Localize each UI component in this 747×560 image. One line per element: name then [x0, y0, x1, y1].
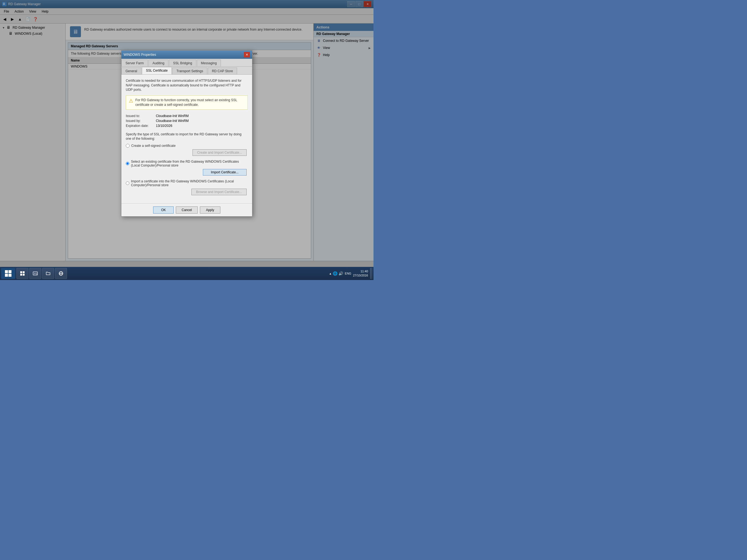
- radio-label-row-import: Import a certificate into the RD Gateway…: [126, 179, 248, 187]
- tab-messaging[interactable]: Messaging: [197, 59, 221, 67]
- taskbar-tray: ▲ 🌐 🔊 ENG 11:40 27/10/2016: [327, 269, 370, 278]
- cert-issued-to-row: Issued to: Cloudbase-Init WinRM: [126, 114, 248, 118]
- windows-logo-icon: [5, 270, 11, 277]
- tab-rd-cap-store[interactable]: RD CAP Store: [208, 68, 237, 74]
- taskbar-explorer[interactable]: [17, 268, 28, 279]
- ssl-description: Certificate is needed for secure communi…: [126, 78, 248, 92]
- ok-button[interactable]: OK: [153, 206, 174, 213]
- taskbar: PS ▲ 🌐 🔊 ENG 11:40 27/10/2016: [0, 267, 374, 280]
- radio-import[interactable]: [126, 181, 129, 185]
- radio-btn-row-import: Browse and Import Certificate...: [126, 189, 248, 195]
- radio-group: Create a self-signed certificate Create …: [126, 144, 248, 195]
- tabs-row-2: General SSL Certificate Transport Settin…: [121, 67, 252, 75]
- svg-rect-0: [20, 271, 22, 273]
- cert-issued-by-row: Issued by: Cloudbase-Init WinRM: [126, 119, 248, 123]
- radio-label-row-existing: Select an existing certificate from the …: [126, 160, 248, 167]
- svg-text:PS: PS: [34, 272, 37, 275]
- tray-icons: ▲ 🌐 🔊: [329, 271, 343, 276]
- tab-general[interactable]: General: [121, 68, 141, 74]
- cert-issued-by-label: Issued by:: [126, 119, 156, 123]
- cert-expiration-value: 13/10/2026: [156, 124, 172, 128]
- browse-import-button[interactable]: Browse and Import Certificate...: [191, 189, 247, 195]
- radio-label-row-self-signed: Create a self-signed certificate: [126, 144, 248, 148]
- radio-label-import: Import a certificate into the RD Gateway…: [131, 179, 248, 187]
- radio-option-import: Import a certificate into the RD Gateway…: [126, 179, 248, 195]
- svg-rect-3: [23, 274, 25, 276]
- radio-option-existing: Select an existing certificate from the …: [126, 160, 248, 176]
- dialog-close-button[interactable]: ✕: [244, 52, 250, 57]
- cert-expiration-label: Expiration date:: [126, 124, 156, 128]
- radio-btn-row-self-signed: Create and Import Certificate...: [126, 149, 248, 156]
- dialog-footer: OK Cancel Apply: [121, 203, 252, 216]
- cert-issued-to-label: Issued to:: [126, 114, 156, 118]
- taskbar-files[interactable]: [42, 268, 54, 279]
- warning-text: For RD Gateway to function correctly, yo…: [135, 98, 245, 107]
- radio-existing[interactable]: [126, 161, 129, 166]
- ssl-section-title: Specify the type of SSL certificate to i…: [126, 132, 248, 142]
- radio-option-self-signed: Create a self-signed certificate Create …: [126, 144, 248, 156]
- tab-transport-settings[interactable]: Transport Settings: [172, 68, 207, 74]
- dialog-title-text: WINDOWS Properties: [124, 53, 244, 57]
- radio-self-signed[interactable]: [126, 144, 130, 148]
- import-certificate-button[interactable]: Import Certificate...: [203, 169, 247, 176]
- tray-time: 11:40: [353, 269, 368, 274]
- start-button[interactable]: [1, 268, 15, 279]
- show-desktop-button[interactable]: [370, 268, 372, 279]
- tray-volume-icon: 🔊: [338, 271, 343, 276]
- tray-clock[interactable]: 11:40 27/10/2016: [353, 269, 368, 278]
- warning-icon: ⚠: [129, 98, 133, 104]
- svg-rect-1: [23, 271, 25, 273]
- taskbar-globe[interactable]: [55, 268, 67, 279]
- tray-language: ENG: [345, 272, 351, 275]
- warning-box: ⚠ For RD Gateway to function correctly, …: [126, 96, 248, 110]
- tray-up-arrow-icon[interactable]: ▲: [329, 272, 332, 275]
- dialog-title-bar: WINDOWS Properties ✕: [121, 51, 252, 59]
- tray-date: 27/10/2016: [353, 274, 368, 278]
- cert-issued-to-value: Cloudbase-Init WinRM: [156, 114, 189, 118]
- modal-overlay: WINDOWS Properties ✕ Server Farm Auditin…: [0, 0, 374, 267]
- radio-btn-row-existing: Import Certificate...: [126, 169, 248, 176]
- tabs-row-1: Server Farm Auditing SSL Bridging Messag…: [121, 59, 252, 67]
- radio-label-self-signed: Create a self-signed certificate: [131, 144, 176, 148]
- tab-ssl-bridging[interactable]: SSL Bridging: [169, 59, 196, 67]
- radio-label-existing: Select an existing certificate from the …: [131, 160, 248, 167]
- cancel-button[interactable]: Cancel: [176, 206, 198, 213]
- tab-auditing[interactable]: Auditing: [149, 59, 169, 67]
- tab-ssl-certificate[interactable]: SSL Certificate: [142, 67, 172, 74]
- cert-expiration-row: Expiration date: 13/10/2026: [126, 124, 248, 128]
- windows-properties-dialog: WINDOWS Properties ✕ Server Farm Auditin…: [121, 50, 252, 217]
- apply-button[interactable]: Apply: [200, 206, 221, 213]
- taskbar-powershell[interactable]: PS: [29, 268, 41, 279]
- dialog-content: Certificate is needed for secure communi…: [121, 75, 252, 204]
- cert-info: Issued to: Cloudbase-Init WinRM Issued b…: [126, 114, 248, 128]
- cert-issued-by-value: Cloudbase-Init WinRM: [156, 119, 189, 123]
- svg-rect-2: [20, 274, 22, 276]
- create-import-button[interactable]: Create and Import Certificate...: [192, 149, 247, 156]
- tab-server-farm[interactable]: Server Farm: [121, 59, 148, 67]
- tray-network-icon: 🌐: [333, 271, 337, 276]
